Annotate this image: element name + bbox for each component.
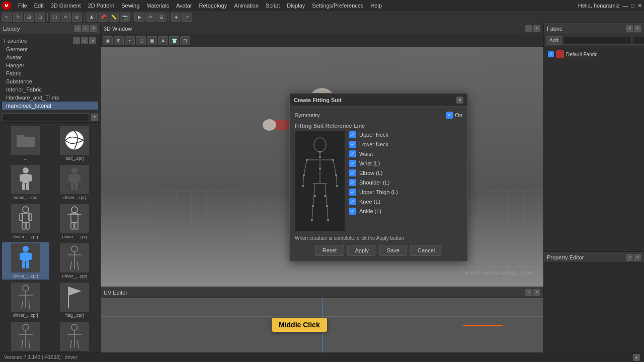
- vp-btn-wireframe[interactable]: ⊞: [114, 36, 124, 45]
- uv-close-btn[interactable]: ✕: [533, 289, 540, 296]
- menu-display[interactable]: Display: [284, 2, 308, 10]
- modal-apply-btn[interactable]: Apply: [347, 245, 376, 256]
- vp-btn-tool2[interactable]: ⊡: [180, 36, 190, 45]
- list-item[interactable]: ball_.zprj: [51, 125, 99, 162]
- viewport-minimize-btn[interactable]: —: [525, 25, 532, 32]
- vp-btn-surface[interactable]: ▣: [147, 36, 157, 45]
- menu-settings[interactable]: Settings/Preferences: [309, 2, 366, 10]
- vp-btn-segment[interactable]: ⌹: [136, 36, 146, 45]
- modal-reset-btn[interactable]: Reset: [315, 245, 345, 256]
- favorites-list-btn[interactable]: ≡: [81, 37, 88, 44]
- tool-move[interactable]: ↖: [2, 13, 12, 22]
- viewport-close-btn[interactable]: ✕: [533, 25, 540, 32]
- ref-check-wrist-l[interactable]: ✓: [349, 160, 356, 167]
- window-close-icon[interactable]: ✕: [637, 3, 642, 9]
- tree-interior-fabric[interactable]: Interior_Fabric: [2, 85, 98, 94]
- tool-export[interactable]: ↗: [182, 13, 192, 22]
- tree-hardware-trims[interactable]: Hardware_and_Trims: [2, 94, 98, 102]
- tool-rotate[interactable]: ↻: [13, 13, 23, 22]
- modal-close-btn[interactable]: ✕: [456, 97, 463, 104]
- tool-avatar[interactable]: ♟: [87, 13, 97, 22]
- menu-file[interactable]: File: [15, 2, 30, 10]
- list-item[interactable]: driver_...zprj: [51, 321, 99, 352]
- tree-avatar[interactable]: Avatar: [2, 53, 98, 61]
- menu-help[interactable]: Help: [367, 2, 385, 10]
- vp-btn-shading[interactable]: ◉: [103, 36, 113, 45]
- menu-2d-pattern[interactable]: 2D Pattern: [85, 2, 118, 10]
- prop-expand-btn[interactable]: ↗: [626, 254, 633, 261]
- window-minimize-icon[interactable]: —: [622, 3, 628, 9]
- status-arrow-up[interactable]: ▲: [633, 354, 640, 361]
- list-item[interactable]: ...: [2, 125, 49, 162]
- ref-check-waist[interactable]: ✓: [349, 150, 356, 157]
- favorites-add-btn[interactable]: +: [73, 37, 80, 44]
- tree-fabric[interactable]: Fabric: [2, 69, 98, 77]
- fabric-name-input[interactable]: [563, 37, 632, 45]
- list-item[interactable]: driver_...zprj: [2, 242, 49, 280]
- ref-check-upper-thigh-l[interactable]: ✓: [349, 189, 356, 196]
- list-item[interactable]: driver_...zprj: [2, 203, 49, 240]
- fabric-item[interactable]: ✓ Default Fabric: [546, 49, 642, 59]
- menu-sewing[interactable]: Sewing: [118, 2, 142, 10]
- tool-scale[interactable]: ⊞: [24, 13, 34, 22]
- ref-check-knee-l[interactable]: ✓: [349, 198, 356, 205]
- tree-garment[interactable]: Garment: [2, 45, 98, 53]
- list-item[interactable]: driver_...zprj: [2, 282, 49, 319]
- ref-check-lower-neck[interactable]: ✓: [349, 141, 356, 148]
- tool-measure[interactable]: 📏: [109, 13, 119, 22]
- tool-pattern[interactable]: ◫: [50, 13, 60, 22]
- library-icon-btn3[interactable]: ✕: [90, 25, 97, 32]
- prop-close-btn[interactable]: ✕: [634, 254, 641, 261]
- fabric-checkbox[interactable]: ✓: [548, 51, 554, 57]
- app-logo[interactable]: M: [2, 1, 11, 10]
- tool-pin[interactable]: 📌: [98, 13, 108, 22]
- tree-marvelous-tutorial[interactable]: marvelous_tutorial: [2, 102, 98, 110]
- modal-cancel-btn[interactable]: Cancel: [410, 245, 442, 256]
- modal-save-btn[interactable]: Save: [379, 245, 407, 256]
- list-item[interactable]: driver_...zprj: [51, 242, 99, 280]
- tool-sim[interactable]: ▶: [134, 13, 144, 22]
- tool-cut[interactable]: ⊘: [72, 13, 82, 22]
- tool-select[interactable]: ⊡: [35, 13, 45, 22]
- library-filter-input[interactable]: [2, 113, 89, 121]
- vp-btn-avatar-show[interactable]: ♟: [158, 36, 168, 45]
- menu-avatar[interactable]: Avatar: [173, 2, 195, 10]
- ref-check-shoulder-l[interactable]: ✓: [349, 179, 356, 186]
- tool-frame[interactable]: ⊟: [156, 13, 167, 22]
- ref-check-elbow-l[interactable]: ✓: [349, 169, 356, 176]
- tool-camera[interactable]: 📷: [120, 13, 130, 22]
- filter-dropdown-icon[interactable]: ▾: [91, 114, 98, 121]
- favorites-close-btn[interactable]: ✕: [89, 37, 96, 44]
- menu-script[interactable]: Script: [263, 2, 283, 10]
- tool-reset[interactable]: ⟳: [145, 13, 155, 22]
- list-item[interactable]: driver_...zprj: [51, 203, 99, 240]
- tool-sew[interactable]: ✂: [61, 13, 71, 22]
- uv-expand-btn[interactable]: ↗: [525, 289, 532, 296]
- uv-canvas[interactable]: [101, 298, 543, 352]
- menu-materials[interactable]: Materials: [143, 2, 172, 10]
- vp-btn-point[interactable]: •: [125, 36, 135, 45]
- list-item[interactable]: driver_.zprj: [51, 164, 99, 201]
- fabric-add-btn[interactable]: Add: [546, 36, 562, 45]
- menu-retopology[interactable]: Retopology: [196, 2, 230, 10]
- menu-animation[interactable]: Animation: [231, 2, 262, 10]
- tree-substance[interactable]: Substance: [2, 77, 98, 85]
- list-item[interactable]: flag_.zprj: [51, 282, 99, 319]
- fabric-expand-btn[interactable]: ↗: [626, 25, 633, 32]
- fabric-close-btn[interactable]: ✕: [634, 25, 641, 32]
- library-icon-btn2[interactable]: +: [82, 25, 89, 32]
- ref-check-ankle-l[interactable]: ✓: [349, 208, 356, 215]
- menu-edit[interactable]: Edit: [31, 2, 47, 10]
- create-fitting-suit-modal[interactable]: Create Fitting Suit ✕ Symmetry ✓ On Fitt…: [289, 93, 468, 261]
- fabric-value-input[interactable]: [633, 37, 644, 45]
- symmetry-checkbox[interactable]: ✓: [446, 112, 453, 119]
- ref-check-upper-neck[interactable]: ✓: [349, 131, 356, 138]
- window-maximize-icon[interactable]: □: [631, 3, 634, 9]
- vp-btn-garment[interactable]: 👕: [169, 36, 179, 45]
- tool-render[interactable]: ◈: [171, 13, 181, 22]
- tree-hanger[interactable]: Hanger: [2, 61, 98, 69]
- menu-3d-garment[interactable]: 3D Garment: [48, 2, 84, 10]
- list-item[interactable]: basic_...zprj: [2, 164, 49, 201]
- list-item[interactable]: driver_...zprj: [2, 321, 49, 352]
- library-icon-btn1[interactable]: ◁: [74, 25, 81, 32]
